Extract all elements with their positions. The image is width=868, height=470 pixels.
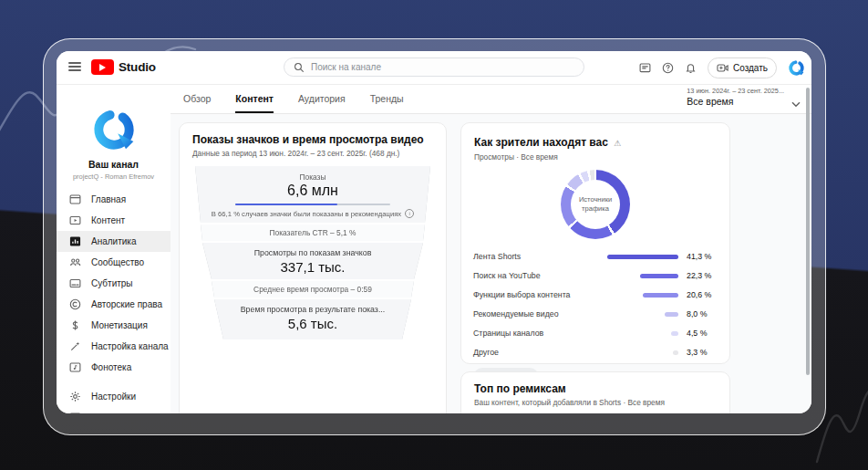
account-avatar[interactable] — [788, 59, 805, 77]
watchtime-value: 5,6 тыс. — [214, 316, 411, 331]
traffic-bar-track — [604, 248, 678, 265]
create-video-icon — [717, 62, 728, 74]
warning-icon: ⚠ — [614, 139, 621, 148]
scrollbar[interactable] — [806, 88, 810, 375]
feedback-icon[interactable] — [639, 62, 651, 74]
top-remixes-card: Топ по ремиксам Ваш контент, который доб… — [460, 371, 730, 413]
funnel-avg-duration-step[interactable]: Среднее время просмотра – 0:59 — [212, 281, 414, 298]
channel-name: Ваш канал — [57, 159, 170, 170]
brand-label: Studio — [119, 60, 156, 74]
donut-center-label: Источники трафика — [571, 180, 620, 229]
ctr-label: Показатель CTR – 5,1 % — [269, 228, 356, 237]
funnel-card-subtitle: Данные за период 13 июн. 2024г. – 23 сен… — [192, 149, 433, 158]
analytics-icon — [68, 235, 81, 248]
traffic-percent: 20,6 % — [687, 290, 718, 299]
info-icon[interactable]: i — [405, 209, 414, 218]
funnel-ctr-step[interactable]: Показатель CTR – 5,1 % — [201, 225, 425, 241]
sidebar-item-label: Фонотека — [91, 362, 131, 372]
community-icon — [68, 256, 81, 269]
date-range-selector[interactable]: 13 июн. 2024г. – 23 сент. 2025... Все вр… — [687, 87, 784, 107]
sidebar-item-feedback[interactable]: Отправить отзыв — [57, 407, 170, 413]
sidebar-item-customization[interactable]: Настройка канала — [57, 336, 170, 357]
impressions-funnel-card: Показы значков и время просмотра видео Д… — [179, 122, 447, 413]
funnel-views-step[interactable]: Просмотры по показам значков 337,1 тыс. — [202, 243, 423, 279]
traffic-row[interactable]: Страницы каналов4,5 % — [461, 323, 729, 342]
sidebar-item-subtitles[interactable]: Субтитры — [57, 273, 170, 294]
traffic-source-label: Другое — [473, 348, 604, 357]
traffic-source-label: Поиск на YouTube — [473, 271, 604, 280]
analytics-content: Показы значков и время просмотра видео Д… — [170, 113, 811, 413]
monetization-icon — [68, 319, 81, 332]
impressions-note: В 66,1 % случаев значки были показаны в … — [195, 209, 430, 218]
traffic-source-label: Функции выбора контента — [473, 290, 604, 299]
tab-Контент[interactable]: Контент — [235, 84, 274, 113]
search-icon — [294, 62, 305, 73]
sidebar-item-label: Отправить отзыв — [91, 413, 163, 413]
sidebar-item-analytics[interactable]: Аналитика — [57, 231, 170, 252]
traffic-bar-track — [604, 287, 678, 303]
youtube-studio-logo[interactable]: Studio — [91, 59, 156, 75]
sidebar-item-label: Субтитры — [91, 278, 133, 288]
sidebar-item-home[interactable]: Главная — [57, 189, 170, 210]
chevron-down-icon[interactable] — [791, 95, 801, 111]
channel-avatar[interactable] — [91, 107, 137, 152]
youtube-studio-window: Studio Поиск на канале Создать — [57, 51, 811, 413]
traffic-bar-track — [604, 306, 678, 322]
customization-icon — [68, 340, 81, 353]
traffic-bar — [607, 255, 678, 259]
traffic-bar — [673, 350, 678, 355]
impressions-note-text: В 66,1 % случаев значки были показаны в … — [212, 210, 401, 218]
create-label: Создать — [733, 63, 768, 73]
sidebar-item-content[interactable]: Контент — [57, 210, 170, 231]
traffic-bar-track — [604, 267, 678, 284]
notifications-icon[interactable] — [685, 62, 697, 74]
avg-duration-label: Среднее время просмотра – 0:59 — [253, 285, 372, 294]
funnel-watchtime-step[interactable]: Время просмотра в результате показ... 5,… — [214, 299, 411, 339]
funnel-impressions-step[interactable]: Показы 6,6 млн В 66,1 % случаев значки б… — [195, 166, 430, 223]
traffic-bar — [643, 293, 678, 298]
content-icon — [68, 214, 81, 227]
traffic-bar-track — [604, 344, 678, 360]
library-icon — [68, 361, 81, 374]
sidebar-item-community[interactable]: Сообщество — [57, 252, 170, 273]
sidebar-item-settings[interactable]: Настройки — [57, 386, 170, 407]
traffic-row[interactable]: Другое3,3 % — [461, 342, 729, 361]
traffic-sources-card: Как зрители находят вас⚠ Просмотры · Все… — [460, 122, 730, 364]
traffic-row[interactable]: Лента Shorts41,3 % — [461, 246, 729, 266]
traffic-sources-list: Лента Shorts41,3 %Поиск на YouTube22,3 %… — [461, 246, 729, 361]
views-label: Просмотры по показам значков — [202, 243, 423, 257]
search-placeholder: Поиск на канале — [311, 62, 381, 72]
funnel-card-title: Показы значков и время просмотра видео — [192, 133, 433, 146]
sidebar-item-label: Сообщество — [91, 257, 144, 267]
tab-Тренды[interactable]: Тренды — [370, 84, 404, 113]
traffic-percent: 8,0 % — [687, 309, 718, 319]
traffic-bar — [671, 331, 679, 336]
traffic-percent: 4,5 % — [687, 329, 718, 338]
tab-Аудитория[interactable]: Аудитория — [298, 84, 346, 113]
sidebar-item-library[interactable]: Фонотека — [57, 357, 170, 378]
tabs: ОбзорКонтентАудиторияТренды — [183, 84, 429, 113]
traffic-row[interactable]: Функции выбора контента20,6 % — [461, 285, 729, 304]
watchtime-label: Время просмотра в результате показ... — [214, 299, 411, 314]
traffic-row[interactable]: Поиск на YouTube22,3 % — [461, 266, 729, 285]
traffic-card-subtitle: Просмотры · Все время — [474, 152, 717, 162]
topbar: Studio Поиск на канале Создать — [57, 51, 811, 85]
sidebar-item-monetization[interactable]: Монетизация — [57, 315, 170, 336]
subtitles-icon — [68, 277, 81, 290]
traffic-bar — [665, 312, 678, 317]
home-icon — [68, 193, 81, 206]
menu-button[interactable] — [68, 62, 81, 72]
sidebar-item-copyright[interactable]: Авторские права — [57, 294, 170, 315]
help-icon[interactable] — [662, 62, 674, 74]
traffic-source-label: Страницы каналов — [473, 329, 604, 338]
traffic-donut-chart: Источники трафика — [561, 170, 630, 239]
sidebar-menu: ГлавнаяКонтентАналитикаСообществоСубтитр… — [57, 189, 170, 378]
create-button[interactable]: Создать — [708, 57, 777, 78]
sidebar-item-label: Монетизация — [91, 320, 148, 330]
traffic-row[interactable]: Рекомендуемые видео8,0 % — [461, 304, 729, 323]
search-input[interactable]: Поиск на канале — [284, 57, 584, 77]
sidebar-item-label: Аналитика — [91, 236, 137, 246]
tab-Обзор[interactable]: Обзор — [183, 84, 211, 113]
impressions-funnel: Показы 6,6 млн В 66,1 % случаев значки б… — [180, 166, 446, 339]
feedback-icon — [68, 412, 81, 414]
